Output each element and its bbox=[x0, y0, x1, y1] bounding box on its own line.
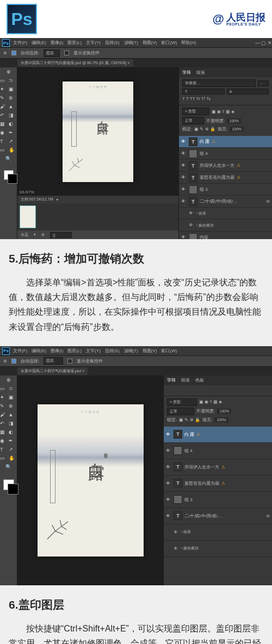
visibility-icon[interactable]: 👁 bbox=[189, 211, 194, 216]
auto-select-checkbox[interactable] bbox=[11, 359, 16, 364]
stamp-tool[interactable]: ▲ bbox=[9, 412, 17, 417]
layer-filter-dd[interactable]: × 类型 bbox=[167, 398, 197, 406]
visibility-icon[interactable]: 👁 bbox=[166, 497, 171, 502]
hand-tool[interactable]: ✋ bbox=[9, 455, 17, 461]
fill-value[interactable]: 100% bbox=[230, 127, 244, 132]
visibility-icon[interactable]: 👁 bbox=[181, 175, 187, 180]
wand-tool[interactable]: ✦ bbox=[0, 395, 9, 400]
font-family-dd[interactable]: 华康瘦… bbox=[182, 79, 256, 87]
move-tool[interactable]: ⊕ bbox=[0, 67, 17, 76]
layer-row[interactable]: 👁二/十/四/中/国/侯/…fx bbox=[179, 196, 272, 208]
opacity-value[interactable]: 100% bbox=[217, 409, 231, 414]
menu-type[interactable]: 文字(Y) bbox=[86, 40, 101, 46]
menu-layer[interactable]: 图层(L) bbox=[67, 348, 82, 354]
type-btn[interactable]: Tr bbox=[196, 96, 200, 101]
shape-tool[interactable]: ▭ bbox=[0, 147, 9, 153]
layer-row[interactable]: 👁所谓伊人在水一方⚠ bbox=[179, 160, 272, 172]
layer-row[interactable]: 👁蒹葭苍苍白露为霜⚠ bbox=[179, 172, 272, 184]
layer-row[interactable]: 👁所谓伊人在水一方⚠ bbox=[164, 459, 272, 476]
auto-select-dropdown[interactable]: 图层 bbox=[44, 49, 60, 57]
char-tab[interactable]: 字符 bbox=[182, 70, 191, 76]
crop-tool[interactable]: ▣ bbox=[9, 395, 17, 400]
eraser-tool[interactable]: ◨ bbox=[9, 112, 17, 118]
stamp-tool[interactable]: ▲ bbox=[9, 104, 17, 109]
pen-tool[interactable]: ✒ bbox=[9, 438, 17, 443]
menu-type[interactable]: 文字(Y) bbox=[86, 348, 101, 354]
filter-icons[interactable]: ▣ ◉ T ▦ ◈ bbox=[212, 109, 235, 114]
show-transform-checkbox[interactable] bbox=[64, 51, 69, 55]
color-swatches[interactable] bbox=[0, 474, 17, 495]
visibility-icon[interactable]: 👁 bbox=[166, 481, 171, 486]
layer-row[interactable]: 👁组 3 bbox=[179, 184, 272, 196]
crop-tool[interactable]: ▣ bbox=[9, 86, 17, 92]
brush-tool[interactable]: 🖌 bbox=[0, 104, 9, 109]
heal-tool[interactable]: ⊛ bbox=[9, 403, 17, 409]
auto-select-dropdown[interactable]: 图层 bbox=[44, 357, 63, 365]
font-size-dd[interactable]: T bbox=[182, 89, 225, 95]
timeline-dd[interactable]: () bbox=[50, 232, 72, 238]
path-tool[interactable]: ↗ bbox=[9, 139, 17, 144]
visibility-icon[interactable]: 👁 bbox=[166, 465, 171, 470]
filter-icons[interactable]: ▣ ◉ T ▦ ◈ bbox=[199, 399, 222, 404]
visibility-icon[interactable]: 👁 bbox=[174, 546, 179, 551]
menu-window[interactable]: 窗口(W) bbox=[161, 348, 177, 354]
history-brush[interactable]: ↶ bbox=[0, 112, 9, 118]
menu-file[interactable]: 文件(F) bbox=[13, 348, 27, 354]
layer-row[interactable]: 👁内容 bbox=[179, 232, 272, 239]
lasso-tool[interactable]: ⊃ bbox=[9, 78, 17, 83]
shape-tool[interactable]: ▭ bbox=[0, 455, 9, 461]
fill-value[interactable]: 100% bbox=[214, 417, 228, 422]
visibility-icon[interactable]: 👁 bbox=[181, 151, 187, 156]
visibility-icon[interactable]: 👁 bbox=[174, 530, 179, 535]
leading-dd[interactable]: A bbox=[227, 89, 269, 95]
menu-help[interactable]: 帮助(H) bbox=[181, 40, 196, 46]
menu-image[interactable]: 图像(I) bbox=[51, 348, 64, 354]
menu-window[interactable]: 窗口(W) bbox=[161, 40, 177, 46]
menu-filter[interactable]: 滤镜(T) bbox=[124, 40, 138, 46]
menu-edit[interactable]: 编辑(E) bbox=[32, 348, 46, 354]
hand-tool[interactable]: ✋ bbox=[9, 147, 17, 153]
wand-tool[interactable]: ✦ bbox=[0, 86, 9, 92]
layer-row[interactable]: 👁组 4 bbox=[179, 148, 272, 160]
visibility-icon[interactable]: 👁 bbox=[166, 432, 171, 437]
blend-mode-dd[interactable]: 正常 bbox=[182, 117, 204, 124]
font-style-dd[interactable]: - bbox=[258, 80, 269, 86]
gradient-tool[interactable]: ▦ bbox=[0, 121, 9, 127]
document-tab[interactable]: 水墨中国风二十四节气白露海报.psd @ 66.7% (白 露, CMYK/8)… bbox=[17, 59, 133, 67]
show-transform-checkbox[interactable] bbox=[67, 359, 72, 364]
eraser-tool[interactable]: ◨ bbox=[9, 421, 17, 426]
lock-icons[interactable]: ▣ ✎ ⊕ 🔒 bbox=[179, 417, 200, 422]
timeline-mode[interactable]: 永远 bbox=[21, 232, 28, 237]
heal-tool[interactable]: ⊛ bbox=[9, 95, 17, 101]
fx-badge[interactable]: fx bbox=[267, 199, 270, 204]
menu-view[interactable]: 视图(V) bbox=[143, 40, 157, 46]
pen-tool[interactable]: ✒ bbox=[9, 130, 17, 135]
lasso-tool[interactable]: ⊃ bbox=[9, 386, 17, 391]
onion-skin-icon[interactable]: ⊚ bbox=[41, 233, 45, 237]
visibility-icon[interactable]: 👁 bbox=[166, 514, 171, 518]
type-tool[interactable]: T bbox=[0, 447, 9, 452]
char-tab[interactable]: 字符 bbox=[167, 377, 176, 383]
gradient-tool[interactable]: ▦ bbox=[0, 429, 9, 435]
layer-row[interactable]: 👁› 效果 bbox=[179, 208, 272, 220]
menu-file[interactable]: 文件(F) bbox=[13, 40, 27, 46]
menu-filter[interactable]: 滤镜(T) bbox=[124, 348, 138, 354]
opacity-value[interactable]: 100% bbox=[227, 118, 241, 123]
layer-row[interactable]: 👁组 4 bbox=[164, 443, 272, 459]
menu-select[interactable]: 选择(S) bbox=[105, 40, 120, 46]
dodge-tool[interactable]: ◉ bbox=[0, 438, 9, 443]
type-btn[interactable]: T bbox=[186, 96, 189, 101]
visibility-icon[interactable]: 👁 bbox=[166, 448, 171, 453]
zoom-tool[interactable]: 🔍 bbox=[0, 462, 17, 471]
type-btn[interactable]: TT bbox=[190, 96, 195, 101]
layer-row[interactable]: 👁蒹葭苍苍白露为霜⚠ bbox=[164, 476, 272, 492]
layer-row[interactable]: 👁白 露⚠ bbox=[179, 136, 272, 148]
history-brush[interactable]: ↶ bbox=[0, 421, 9, 426]
lock-icons[interactable]: ▣ ✎ ⊕ 🔒 bbox=[194, 127, 215, 132]
zoom-tool[interactable]: 🔍 bbox=[0, 154, 17, 163]
visibility-icon[interactable]: 👁 bbox=[181, 163, 187, 168]
dodge-tool[interactable]: ◉ bbox=[0, 130, 9, 135]
visibility-icon[interactable]: 👁 bbox=[181, 187, 187, 192]
type-btn[interactable]: T¹ bbox=[201, 96, 206, 101]
document-tab[interactable]: 水墨中国风二十四节气白露海报.psd × bbox=[17, 367, 88, 375]
